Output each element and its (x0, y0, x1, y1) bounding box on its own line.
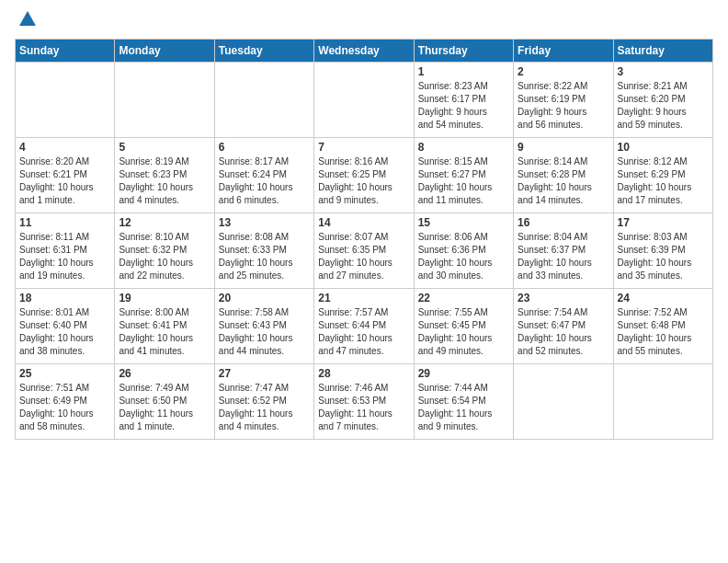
table-row: 23Sunrise: 7:54 AM Sunset: 6:47 PM Dayli… (514, 289, 613, 364)
table-row: 14Sunrise: 8:07 AM Sunset: 6:35 PM Dayli… (314, 213, 414, 289)
day-number: 14 (318, 216, 409, 229)
header (15, 15, 713, 29)
header-thursday: Thursday (414, 40, 513, 63)
day-number: 27 (219, 367, 310, 380)
day-info: Sunrise: 8:06 AM Sunset: 6:36 PM Dayligh… (418, 231, 509, 282)
calendar-week-row: 4Sunrise: 8:20 AM Sunset: 6:21 PM Daylig… (16, 138, 713, 213)
day-info: Sunrise: 8:15 AM Sunset: 6:27 PM Dayligh… (418, 155, 509, 207)
calendar-week-row: 25Sunrise: 7:51 AM Sunset: 6:49 PM Dayli… (16, 364, 713, 440)
day-info: Sunrise: 8:00 AM Sunset: 6:41 PM Dayligh… (119, 306, 210, 358)
day-number: 16 (518, 216, 609, 229)
day-info: Sunrise: 8:20 AM Sunset: 6:21 PM Dayligh… (19, 155, 110, 207)
day-info: Sunrise: 7:58 AM Sunset: 6:43 PM Dayligh… (219, 306, 310, 358)
table-row: 10Sunrise: 8:12 AM Sunset: 6:29 PM Dayli… (613, 138, 712, 213)
day-info: Sunrise: 8:23 AM Sunset: 6:17 PM Dayligh… (418, 80, 509, 132)
table-row: 6Sunrise: 8:17 AM Sunset: 6:24 PM Daylig… (214, 138, 313, 213)
table-row: 12Sunrise: 8:10 AM Sunset: 6:32 PM Dayli… (115, 213, 214, 289)
day-info: Sunrise: 8:21 AM Sunset: 6:20 PM Dayligh… (618, 80, 709, 132)
page: Sunday Monday Tuesday Wednesday Thursday… (0, 0, 728, 563)
table-row: 25Sunrise: 7:51 AM Sunset: 6:49 PM Dayli… (16, 364, 115, 440)
table-row: 17Sunrise: 8:03 AM Sunset: 6:39 PM Dayli… (613, 213, 712, 289)
table-row: 5Sunrise: 8:19 AM Sunset: 6:23 PM Daylig… (115, 138, 214, 213)
table-row: 3Sunrise: 8:21 AM Sunset: 6:20 PM Daylig… (613, 63, 712, 138)
day-info: Sunrise: 8:14 AM Sunset: 6:28 PM Dayligh… (518, 155, 609, 207)
table-row: 4Sunrise: 8:20 AM Sunset: 6:21 PM Daylig… (16, 138, 115, 213)
day-info: Sunrise: 7:44 AM Sunset: 6:54 PM Dayligh… (418, 382, 509, 433)
day-number: 28 (318, 367, 409, 380)
logo (15, 15, 38, 29)
day-info: Sunrise: 8:03 AM Sunset: 6:39 PM Dayligh… (618, 231, 709, 282)
table-row: 27Sunrise: 7:47 AM Sunset: 6:52 PM Dayli… (214, 364, 313, 440)
header-sunday: Sunday (16, 40, 115, 63)
day-number: 15 (418, 216, 509, 229)
header-tuesday: Tuesday (214, 40, 313, 63)
table-row: 13Sunrise: 8:08 AM Sunset: 6:33 PM Dayli… (214, 213, 313, 289)
day-number: 29 (418, 367, 509, 380)
day-info: Sunrise: 7:57 AM Sunset: 6:44 PM Dayligh… (318, 306, 409, 358)
calendar-week-row: 11Sunrise: 8:11 AM Sunset: 6:31 PM Dayli… (16, 213, 713, 289)
table-row: 21Sunrise: 7:57 AM Sunset: 6:44 PM Dayli… (314, 289, 414, 364)
table-row: 8Sunrise: 8:15 AM Sunset: 6:27 PM Daylig… (414, 138, 513, 213)
table-row: 7Sunrise: 8:16 AM Sunset: 6:25 PM Daylig… (314, 138, 414, 213)
table-row (214, 63, 313, 138)
day-info: Sunrise: 7:46 AM Sunset: 6:53 PM Dayligh… (318, 382, 409, 433)
table-row: 24Sunrise: 7:52 AM Sunset: 6:48 PM Dayli… (613, 289, 712, 364)
day-number: 20 (219, 292, 310, 304)
day-number: 10 (618, 141, 709, 154)
day-info: Sunrise: 8:11 AM Sunset: 6:31 PM Dayligh… (19, 231, 110, 282)
header-wednesday: Wednesday (314, 40, 414, 63)
day-number: 7 (318, 141, 409, 154)
day-info: Sunrise: 7:51 AM Sunset: 6:49 PM Dayligh… (19, 382, 110, 433)
calendar-table: Sunday Monday Tuesday Wednesday Thursday… (15, 39, 713, 440)
day-info: Sunrise: 8:04 AM Sunset: 6:37 PM Dayligh… (518, 231, 609, 282)
day-number: 25 (19, 367, 110, 380)
table-row: 20Sunrise: 7:58 AM Sunset: 6:43 PM Dayli… (214, 289, 313, 364)
table-row (613, 364, 712, 440)
table-row (514, 364, 613, 440)
table-row: 15Sunrise: 8:06 AM Sunset: 6:36 PM Dayli… (414, 213, 513, 289)
day-info: Sunrise: 8:07 AM Sunset: 6:35 PM Dayligh… (318, 231, 409, 282)
day-info: Sunrise: 8:22 AM Sunset: 6:19 PM Dayligh… (518, 80, 609, 132)
table-row: 29Sunrise: 7:44 AM Sunset: 6:54 PM Dayli… (414, 364, 513, 440)
day-info: Sunrise: 7:47 AM Sunset: 6:52 PM Dayligh… (219, 382, 310, 433)
day-info: Sunrise: 7:54 AM Sunset: 6:47 PM Dayligh… (518, 306, 609, 358)
table-row: 18Sunrise: 8:01 AM Sunset: 6:40 PM Dayli… (16, 289, 115, 364)
day-info: Sunrise: 8:10 AM Sunset: 6:32 PM Dayligh… (119, 231, 210, 282)
day-number: 2 (518, 65, 609, 78)
table-row: 16Sunrise: 8:04 AM Sunset: 6:37 PM Dayli… (514, 213, 613, 289)
day-number: 22 (418, 292, 509, 304)
day-number: 1 (418, 65, 509, 78)
table-row (115, 63, 214, 138)
table-row: 1Sunrise: 8:23 AM Sunset: 6:17 PM Daylig… (414, 63, 513, 138)
day-number: 9 (518, 141, 609, 154)
calendar-week-row: 18Sunrise: 8:01 AM Sunset: 6:40 PM Dayli… (16, 289, 713, 364)
table-row: 26Sunrise: 7:49 AM Sunset: 6:50 PM Dayli… (115, 364, 214, 440)
day-info: Sunrise: 7:49 AM Sunset: 6:50 PM Dayligh… (119, 382, 210, 433)
table-row (314, 63, 414, 138)
day-number: 5 (119, 141, 210, 154)
day-number: 12 (119, 216, 210, 229)
day-number: 8 (418, 141, 509, 154)
day-number: 19 (119, 292, 210, 304)
day-number: 21 (318, 292, 409, 304)
table-row: 22Sunrise: 7:55 AM Sunset: 6:45 PM Dayli… (414, 289, 513, 364)
day-info: Sunrise: 8:08 AM Sunset: 6:33 PM Dayligh… (219, 231, 310, 282)
day-info: Sunrise: 8:01 AM Sunset: 6:40 PM Dayligh… (19, 306, 110, 358)
day-number: 17 (618, 216, 709, 229)
day-number: 23 (518, 292, 609, 304)
logo-icon (17, 9, 38, 29)
svg-marker-0 (19, 11, 36, 26)
day-number: 6 (219, 141, 310, 154)
calendar-week-row: 1Sunrise: 8:23 AM Sunset: 6:17 PM Daylig… (16, 63, 713, 138)
header-friday: Friday (514, 40, 613, 63)
table-row: 11Sunrise: 8:11 AM Sunset: 6:31 PM Dayli… (16, 213, 115, 289)
table-row: 2Sunrise: 8:22 AM Sunset: 6:19 PM Daylig… (514, 63, 613, 138)
day-number: 3 (618, 65, 709, 78)
day-info: Sunrise: 8:17 AM Sunset: 6:24 PM Dayligh… (219, 155, 310, 207)
day-info: Sunrise: 7:52 AM Sunset: 6:48 PM Dayligh… (618, 306, 709, 358)
table-row: 19Sunrise: 8:00 AM Sunset: 6:41 PM Dayli… (115, 289, 214, 364)
header-monday: Monday (115, 40, 214, 63)
table-row: 9Sunrise: 8:14 AM Sunset: 6:28 PM Daylig… (514, 138, 613, 213)
day-info: Sunrise: 8:19 AM Sunset: 6:23 PM Dayligh… (119, 155, 210, 207)
day-number: 24 (618, 292, 709, 304)
